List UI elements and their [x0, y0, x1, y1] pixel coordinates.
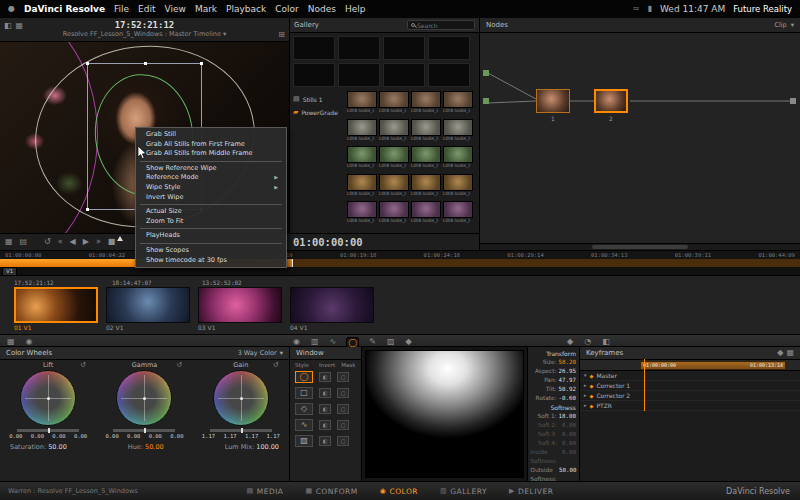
clip-thumbnail-2[interactable]: 02 V1 [106, 287, 190, 331]
battery-icon[interactable]: ▮ [648, 5, 652, 13]
menu-item-timecode-30fps[interactable]: Show timecode at 30 fps [136, 256, 286, 266]
keyframe-track-corrector-2[interactable]: ▸ ◆ Corrector 2 [580, 391, 800, 401]
empty-still[interactable] [383, 36, 425, 60]
hue-field[interactable]: Hue: 50.00 [128, 443, 164, 451]
gallery-still[interactable]: L0t8 looks_I [347, 174, 377, 200]
menu-item-wipe-style[interactable]: Wipe Style▶ [136, 183, 286, 193]
play-icon[interactable]: ▶ [83, 238, 89, 246]
gradient-window-button[interactable]: ▨ [295, 435, 313, 447]
skip-back-icon[interactable]: « [58, 238, 63, 246]
square-window-button[interactable]: □ [295, 387, 313, 399]
scopes-icon[interactable]: ◔ [583, 337, 592, 346]
gamma-wheel[interactable] [116, 370, 172, 426]
mask-toggle[interactable]: □ [337, 388, 349, 398]
resize-handle[interactable] [200, 62, 203, 65]
polygon-window-button[interactable]: ◇ [295, 403, 313, 415]
album-stills-1[interactable]: ▤ Stills 1 [290, 93, 345, 106]
menu-color[interactable]: Color [275, 4, 299, 14]
app-menu[interactable]: DaVinci Resolve [24, 4, 105, 14]
soft-4[interactable]: Soft 4:0.00 [531, 439, 576, 448]
wipe-mode-icon[interactable]: ◧ [4, 22, 12, 30]
resize-handle[interactable] [144, 62, 147, 65]
reset-icon[interactable]: ↺ [80, 361, 86, 369]
scrubber-playhead[interactable] [292, 259, 293, 267]
camera-icon[interactable]: ◉ [25, 337, 34, 346]
gallery-still[interactable]: L0t8 looks_I [443, 174, 473, 200]
menu-item-grab-still[interactable]: Grab Still [136, 130, 286, 140]
apple-menu-icon[interactable]: ● [8, 5, 15, 13]
keyframe-track-ptzr[interactable]: ▸ ◆ PTZR [580, 401, 800, 411]
mask-toggle[interactable]: □ [337, 404, 349, 414]
gallery-still[interactable]: L0t8 looks_I [443, 119, 473, 145]
menu-item-playheads[interactable]: PlayHeads [136, 231, 286, 241]
wifi-icon[interactable]: ≈ [633, 5, 640, 13]
page-deliver[interactable]: ▶ DELIVER [509, 487, 553, 496]
menu-item-invert-wipe[interactable]: Invert Wipe [136, 193, 286, 203]
mask-toggle[interactable]: □ [337, 436, 349, 446]
circle-window-button[interactable]: ◯ [295, 371, 313, 383]
keyframe-lock-icon[interactable]: ◆ [777, 349, 783, 357]
empty-still[interactable] [428, 63, 470, 87]
empty-still[interactable] [338, 36, 380, 60]
mask-toggle[interactable]: □ [337, 372, 349, 382]
window-mask-preview[interactable] [362, 347, 528, 481]
playhead-marker[interactable] [117, 236, 123, 241]
node-2[interactable] [594, 89, 628, 113]
menu-file[interactable]: File [114, 4, 129, 14]
clip-thumbnail-3[interactable]: 03 V1 [198, 287, 282, 331]
menu-view[interactable]: View [165, 4, 186, 14]
gallery-still[interactable]: L0t8 looks_I [411, 146, 441, 172]
gallery-still[interactable]: L0t8 looks_I [347, 201, 377, 227]
clip-thumbnail-1[interactable]: 01 V1 [14, 287, 98, 331]
keyframe-track-master[interactable]: ▾ ◆ Master [580, 371, 800, 381]
gallery-still[interactable]: L0t8 looks_I [347, 91, 377, 117]
menu-help[interactable]: Help [345, 4, 366, 14]
transform-aspect[interactable]: Aspect:26.95 [531, 367, 576, 376]
reset-icon[interactable]: ↺ [177, 361, 183, 369]
reset-icon[interactable]: ↺ [273, 361, 279, 369]
timeline-scrubber[interactable] [0, 259, 800, 267]
gallery-still[interactable]: L0t8 looks_I [347, 146, 377, 172]
wheel-mode-dropdown[interactable]: 3 Way Color ▾ [238, 349, 283, 357]
search-input[interactable] [417, 22, 471, 29]
invert-toggle[interactable]: ◧ [319, 404, 331, 414]
menu-item-grab-all-first[interactable]: Grab All Stills from First Frame [136, 140, 286, 150]
gallery-still[interactable]: L0t8 looks_I [379, 201, 409, 227]
gallery-still[interactable]: L0t8 looks_I [443, 201, 473, 227]
page-media[interactable]: ▤ MEDIA [247, 487, 284, 496]
album-powergrade[interactable]: ▰ PowerGrade [290, 106, 345, 119]
soft-2[interactable]: Soft 2:0.00 [531, 421, 576, 430]
invert-toggle[interactable]: ◧ [319, 388, 331, 398]
keyframe-ruler[interactable]: 01:00:00:00 01:00:13:14 [580, 360, 800, 371]
gallery-still[interactable]: L0t8 looks_I [411, 174, 441, 200]
gallery-toggle-icon[interactable]: ▦ [6, 337, 16, 346]
menu-edit[interactable]: Edit [138, 4, 155, 14]
gallery-still[interactable]: L0t8 looks_I [443, 91, 473, 117]
empty-still[interactable] [428, 36, 470, 60]
clip-view-icon[interactable]: ▤ [20, 238, 28, 246]
node-1[interactable] [536, 89, 570, 113]
menu-mark[interactable]: Mark [195, 4, 217, 14]
invert-toggle[interactable]: ◧ [319, 372, 331, 382]
gallery-still[interactable]: L0t8 looks_I [379, 119, 409, 145]
keyframe-options-icon[interactable]: ▦ [786, 349, 794, 357]
menu-playback[interactable]: Playback [226, 4, 266, 14]
expand-viewer-icon[interactable]: ⊞ [278, 30, 285, 39]
soft-1[interactable]: Soft 1:18.00 [531, 412, 576, 421]
gallery-still[interactable]: L0t8 looks_I [411, 91, 441, 117]
node-graph-canvas[interactable]: 1 2 [480, 33, 800, 243]
inside-softness[interactable]: Inside Softness:0.00 [531, 448, 576, 466]
skip-forward-icon[interactable]: » [96, 238, 101, 246]
resize-handle[interactable] [86, 208, 89, 211]
gamma-master-slider[interactable] [113, 429, 175, 432]
invert-toggle[interactable]: ◧ [319, 420, 331, 430]
menu-item-show-scopes[interactable]: Show Scopes [136, 246, 286, 256]
info-icon[interactable]: ◧ [601, 337, 611, 346]
menu-item-grab-all-middle[interactable]: Grab All Stills from Middle Frame [136, 149, 286, 159]
mask-toggle[interactable]: □ [337, 420, 349, 430]
empty-still[interactable] [338, 63, 380, 87]
gallery-still[interactable]: L0t8 looks_I [443, 146, 473, 172]
menu-item-reference-mode[interactable]: Reference Mode▶ [136, 173, 286, 183]
nodes-mode-label[interactable]: Clip [774, 21, 786, 29]
gallery-search[interactable] [407, 20, 475, 30]
